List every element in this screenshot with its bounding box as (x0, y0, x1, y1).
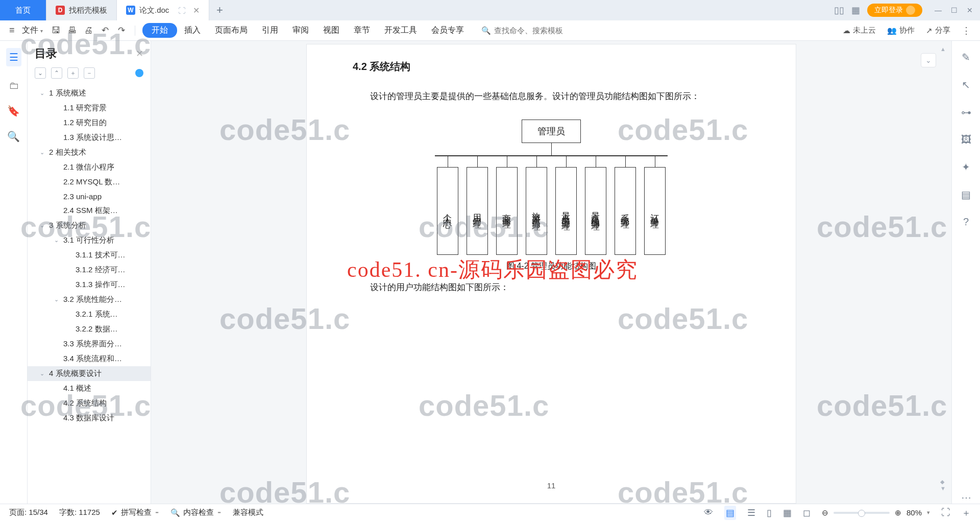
chevron-down-icon[interactable]: ▾ (927, 509, 930, 516)
share-button[interactable]: ↗分享 (926, 26, 950, 35)
ribbon-tab-4[interactable]: 审阅 (285, 25, 316, 36)
outline-node[interactable]: ⌄4 系统概要设计 (28, 366, 151, 381)
print-icon[interactable]: 🖨 (83, 25, 95, 37)
outline-node[interactable]: 1.2 研究目的 (28, 115, 151, 130)
outline-node[interactable]: ⌄2 相关技术 (28, 145, 151, 160)
outline-node[interactable]: 3.4 系统流程和… (28, 351, 151, 366)
pen-icon[interactable]: ✎ (962, 51, 970, 63)
outline-node[interactable]: ⌄1 系统概述 (28, 86, 151, 101)
select-icon[interactable]: ↖ (962, 79, 970, 91)
ribbon-tab-3[interactable]: 引用 (255, 25, 285, 36)
present-icon[interactable]: ⛶ (178, 6, 186, 15)
voice-read-icon[interactable] (135, 69, 143, 77)
new-tab-button[interactable]: + (209, 0, 230, 20)
maximize-button[interactable]: ☐ (951, 6, 958, 14)
outline-node[interactable]: 2.4 SSM 框架… (28, 203, 151, 218)
outline-node[interactable]: 4.1 概述 (28, 381, 151, 396)
close-outline-icon[interactable]: ✕ (136, 48, 143, 59)
add-heading-button[interactable]: ＋ (67, 67, 79, 79)
add-pane-icon[interactable]: ＋ (962, 507, 971, 519)
zoom-in-icon[interactable]: ⊕ (895, 508, 901, 517)
help-icon[interactable]: ? (963, 216, 969, 228)
outline-node[interactable]: 2.2 MYSQL 数… (28, 175, 151, 190)
layout-icon[interactable]: ▯▯ (834, 5, 844, 16)
zoom-control[interactable]: ⊖ ⊕ 80% ▾ (822, 508, 930, 517)
ribbon-tab-5[interactable]: 视图 (316, 25, 347, 36)
minimize-button[interactable]: — (935, 6, 942, 14)
outline-node[interactable]: ⌄3.1 可行性分析 (28, 233, 151, 248)
ribbon-tab-2[interactable]: 页面布局 (208, 25, 255, 36)
ribbon-tab-0[interactable]: 开始 (142, 23, 177, 38)
document-viewport[interactable]: ⌄ ▲◆▼ 4.2 系统结构 设计的管理员主要是提供的一些基础信息服务。设计的管… (151, 41, 951, 504)
tab-home[interactable]: 首页 (0, 0, 46, 20)
word-count[interactable]: 字数: 11725 (59, 508, 100, 517)
page-indicator[interactable]: 页面: 15/34 (9, 508, 48, 517)
horizontal-scrollbar[interactable] (151, 495, 940, 504)
vertical-scrollbar[interactable]: ▲◆▼ (940, 46, 948, 491)
outline-node[interactable]: ⌄3 系统分析 (28, 218, 151, 233)
remove-heading-button[interactable]: － (84, 67, 95, 79)
outline-node[interactable]: 4.2 系统结构 (28, 396, 151, 411)
section-icon[interactable]: 🗀 (9, 80, 19, 91)
tab-template-store[interactable]: D 找稻壳模板 (46, 0, 117, 20)
focus-view-icon[interactable]: ◻ (803, 507, 811, 518)
scroll-down-icon[interactable]: ▼ (940, 485, 948, 491)
collaborate-button[interactable]: 👥协作 (887, 26, 915, 35)
outline-node[interactable]: 3.2.1 系统… (28, 307, 151, 322)
expand-level-button[interactable]: ⌃ (51, 67, 62, 79)
outline-node[interactable]: 3.1.3 操作可… (28, 277, 151, 292)
outline-node[interactable]: 3.2.2 数据… (28, 322, 151, 337)
web-view-icon[interactable]: ▦ (783, 507, 792, 518)
hamburger-icon[interactable]: ≡ (9, 25, 15, 36)
fold-ribbon-button[interactable]: ⌄ (921, 53, 936, 67)
outline-node[interactable]: ⌄3.2 系统性能分… (28, 292, 151, 307)
outline-node[interactable]: 1.3 系统设计思… (28, 130, 151, 145)
outline-node[interactable]: 1.1 研究背景 (28, 101, 151, 115)
page-view-icon[interactable]: ▤ (724, 506, 736, 520)
file-menu[interactable]: 文件 ▾ (19, 25, 46, 36)
outline-node[interactable]: 4.3 数据库设计 (28, 411, 151, 425)
outline-node[interactable]: 2.3 uni-app (28, 190, 151, 203)
ribbon-tab-8[interactable]: 会员专享 (424, 25, 471, 36)
settings-slider-icon[interactable]: ⊶ (961, 106, 971, 119)
ribbon-tab-1[interactable]: 插入 (177, 25, 208, 36)
close-tab-icon[interactable]: ✕ (193, 6, 200, 15)
fullscreen-icon[interactable]: ⛶ (941, 507, 950, 518)
undo-icon[interactable]: ↶ (99, 25, 111, 37)
redo-icon[interactable]: ↷ (115, 25, 128, 37)
more-icon[interactable]: ⋮ (962, 25, 971, 36)
outline-icon[interactable]: ☰ (6, 48, 21, 66)
print-preview-icon[interactable]: 🖶 (66, 25, 79, 37)
zoom-slider[interactable] (834, 512, 890, 514)
tab-document[interactable]: W 论文.doc ⛶ ✕ (117, 0, 209, 20)
close-window-button[interactable]: ✕ (967, 6, 973, 14)
compat-mode[interactable]: 兼容模式 (233, 508, 263, 517)
collapse-level-button[interactable]: ⌄ (35, 67, 46, 79)
content-check-toggle[interactable]: 🔍内容检查 ⁃ (170, 507, 222, 518)
outline-view-icon[interactable]: ☰ (747, 507, 755, 518)
cloud-status[interactable]: ☁未上云 (843, 26, 876, 35)
command-search[interactable]: 🔍 (481, 26, 839, 35)
reading-view-icon[interactable]: ▯ (767, 507, 772, 518)
image-tools-icon[interactable]: 🖼 (961, 134, 971, 146)
zoom-value[interactable]: 80% (906, 508, 922, 517)
ribbon-tab-6[interactable]: 章节 (347, 25, 377, 36)
search-input[interactable] (494, 26, 596, 35)
scroll-up-icon[interactable]: ▲ (940, 46, 948, 52)
apps-icon[interactable]: ▦ (851, 5, 860, 16)
zoom-out-icon[interactable]: ⊖ (822, 508, 828, 517)
ai-icon[interactable]: ✦ (962, 161, 970, 173)
page-nav-icon[interactable]: ▤ (961, 188, 971, 201)
scroll-marker-icon[interactable]: ◆ (940, 479, 948, 485)
more-tools-icon[interactable]: ⋯ (961, 491, 971, 504)
ribbon-tab-7[interactable]: 开发工具 (377, 25, 424, 36)
find-icon[interactable]: 🔍 (7, 130, 20, 143)
outline-node[interactable]: 3.1.1 技术可… (28, 248, 151, 263)
bookmark-icon[interactable]: 🔖 (7, 105, 20, 117)
outline-node[interactable]: 2.1 微信小程序 (28, 160, 151, 175)
login-button[interactable]: 立即登录 (867, 4, 922, 17)
outline-node[interactable]: 3.1.2 经济可… (28, 263, 151, 277)
save-icon[interactable]: 🖫 (50, 25, 62, 37)
spell-check-toggle[interactable]: ✔拼写检查 ⁃ (111, 507, 159, 518)
outline-node[interactable]: 3.3 系统界面分… (28, 337, 151, 351)
